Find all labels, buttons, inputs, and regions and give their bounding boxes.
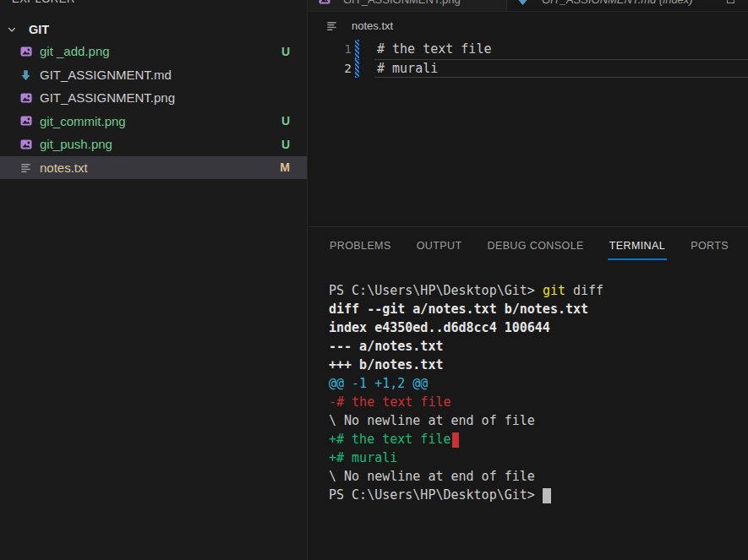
editor-area: GIT_ASSIGNMENT.png GIT_ASSIGNMENT.md (in… — [308, 0, 748, 226]
vscode-window: EXPLORER GIT git _add.pngUGIT_ASSIGNMENT… — [0, 0, 748, 560]
explorer-file-row[interactable]: git _add.pngU — [0, 40, 307, 63]
text-file-icon — [325, 19, 339, 33]
bottom-panel: PROBLEMSOUTPUTDEBUG CONSOLETERMINALPORTS… — [308, 226, 748, 560]
explorer-title: EXPLORER — [12, 0, 75, 5]
explorer-file-row[interactable]: git_push.pngU — [0, 133, 307, 156]
file-name: GIT_ASSIGNMENT.png — [40, 90, 290, 105]
line-number: 2 — [308, 62, 352, 75]
terminal-text-segment: index e4350ed..d6d8cc4 100644 — [329, 320, 550, 335]
editor-line[interactable]: 1# the text file — [308, 40, 748, 59]
explorer-file-row[interactable]: notes.txtM — [0, 156, 307, 180]
terminal-line: index e4350ed..d6d8cc4 100644 — [329, 318, 748, 337]
panel-tab-debug-console[interactable]: DEBUG CONSOLE — [487, 227, 583, 264]
editor-line[interactable]: 2# murali — [308, 59, 748, 79]
terminal-line: +# murali — [329, 449, 748, 467]
terminal-text-segment: --- a/notes.txt — [329, 339, 443, 354]
terminal-line: +# the text file — [329, 430, 748, 449]
tab-label: GIT_ASSIGNMENT.png — [343, 0, 461, 6]
terminal-text-segment: \ No newline at end of file — [329, 469, 535, 484]
terminal-line: diff --git a/notes.txt b/notes.txt — [329, 300, 748, 318]
image-file-icon — [317, 0, 331, 7]
terminal-cursor — [543, 488, 551, 503]
line-number: 1 — [308, 42, 352, 56]
image-file-icon — [19, 90, 33, 105]
explorer-file-list: git _add.pngUGIT_ASSIGNMENT.mdGIT_ASSIGN… — [0, 40, 307, 179]
terminal-output[interactable]: PS C:\Users\HP\Desktop\Git> git diffdiff… — [308, 264, 748, 504]
panel-tab-bar: PROBLEMSOUTPUTDEBUG CONSOLETERMINALPORTS — [308, 227, 748, 264]
panel-tab-terminal[interactable]: TERMINAL — [609, 227, 665, 264]
terminal-text-segment: git — [543, 283, 565, 298]
terminal-text-segment: @@ -1 +1,2 @@ — [329, 376, 428, 391]
terminal-line: +++ b/notes.txt — [329, 356, 748, 374]
file-name: notes.txt — [40, 160, 280, 175]
image-file-icon — [19, 44, 33, 58]
terminal-text-segment: diff --git a/notes.txt b/notes.txt — [329, 302, 588, 317]
git-status-badge: M — [280, 160, 290, 174]
file-name: GIT_ASSIGNMENT.md — [40, 68, 290, 82]
explorer-file-row[interactable]: git_commit.pngU — [0, 110, 307, 133]
breadcrumb[interactable]: notes.txt — [308, 12, 748, 40]
terminal-text-segment: +# murali — [329, 450, 397, 465]
section-label: GIT — [29, 23, 49, 36]
terminal-text-segment: +# the text file — [329, 432, 451, 447]
panel-tab-ports[interactable]: PORTS — [691, 227, 729, 264]
explorer-file-row[interactable]: GIT_ASSIGNMENT.png — [0, 86, 307, 110]
editor-code[interactable]: 1# the text file2# murali — [308, 40, 748, 78]
file-name: git _add.png — [40, 44, 281, 58]
terminal-text-segment: \ No newline at end of file — [329, 413, 535, 428]
tab-git-assignment-md-index[interactable]: GIT_ASSIGNMENT.md (index) — [507, 0, 748, 12]
git-status-badge: U — [281, 45, 290, 58]
chevron-down-icon — [4, 22, 19, 36]
explorer-section-git[interactable]: GIT — [0, 19, 307, 40]
panel-tab-problems[interactable]: PROBLEMS — [330, 227, 391, 264]
editor-tab-bar: GIT_ASSIGNMENT.png GIT_ASSIGNMENT.md (in… — [308, 0, 748, 12]
close-icon[interactable] — [727, 0, 734, 3]
terminal-line: --- a/notes.txt — [329, 337, 748, 356]
file-name: git_commit.png — [40, 114, 281, 128]
terminal-line: PS C:\Users\HP\Desktop\Git> — [329, 486, 748, 504]
markdown-file-icon — [516, 0, 530, 7]
terminal-text-segment: -# the text file — [329, 394, 451, 410]
line-text: # murali — [359, 61, 438, 76]
markdown-file-icon — [19, 68, 33, 82]
tab-label: GIT_ASSIGNMENT.md (index) — [542, 0, 693, 6]
breadcrumb-filename: notes.txt — [352, 19, 393, 32]
line-text: # the text file — [359, 41, 491, 57]
explorer-file-row[interactable]: GIT_ASSIGNMENT.md — [0, 63, 307, 87]
terminal-text-segment: diff — [565, 283, 603, 298]
terminal-line: -# the text file — [329, 393, 748, 411]
terminal-line: PS C:\Users\HP\Desktop\Git> git diff — [329, 281, 748, 300]
file-name: git_push.png — [40, 137, 281, 151]
terminal-line: \ No newline at end of file — [329, 411, 748, 430]
terminal-line: @@ -1 +1,2 @@ — [329, 374, 748, 393]
explorer-sidebar: EXPLORER GIT git _add.pngUGIT_ASSIGNMENT… — [0, 0, 308, 560]
panel-tab-output[interactable]: OUTPUT — [417, 227, 462, 264]
terminal-text-segment: +++ b/notes.txt — [329, 357, 443, 372]
terminal-text-segment: PS C:\Users\HP\Desktop\Git> — [329, 283, 543, 298]
git-status-badge: U — [281, 138, 290, 151]
tab-git-assignment-png[interactable]: GIT_ASSIGNMENT.png — [308, 0, 507, 12]
image-file-icon — [19, 137, 33, 151]
image-file-icon — [19, 114, 33, 128]
terminal-line: \ No newline at end of file — [329, 467, 748, 486]
git-status-badge: U — [281, 114, 290, 128]
terminal-text-segment: PS C:\Users\HP\Desktop\Git> — [329, 487, 543, 503]
text-file-icon — [19, 160, 33, 175]
trailing-whitespace-marker — [452, 432, 459, 448]
